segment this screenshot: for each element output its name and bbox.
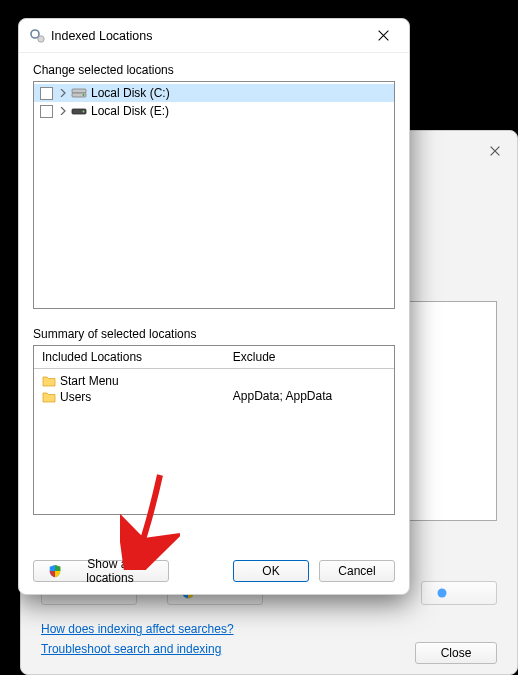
dialog-title: Indexed Locations (51, 29, 365, 43)
tree-row-e[interactable]: Local Disk (E:) (34, 102, 394, 120)
expand-icon[interactable] (57, 87, 69, 99)
cancel-button[interactable]: Cancel (319, 560, 395, 582)
indexed-locations-dialog: Indexed Locations Change selected locati… (18, 18, 410, 595)
included-item-label: Users (60, 390, 91, 404)
show-all-locations-button[interactable]: Show all locations (33, 560, 169, 582)
header-exclude: Exclude (225, 346, 394, 368)
included-list: Start Menu Users (34, 369, 225, 409)
drive-icon (71, 105, 87, 117)
svg-point-6 (83, 94, 85, 96)
expand-icon[interactable] (57, 105, 69, 117)
titlebar: Indexed Locations (19, 19, 409, 53)
excluded-text: AppData; AppData (233, 389, 386, 403)
show-all-label: Show all locations (66, 557, 154, 585)
folder-icon (42, 391, 56, 403)
svg-point-0 (438, 589, 447, 598)
checkbox-e[interactable] (40, 105, 53, 118)
summary-label: Summary of selected locations (33, 327, 395, 341)
drive-icon (71, 87, 87, 99)
tree-label: Local Disk (E:) (91, 104, 169, 118)
header-included: Included Locations (34, 346, 225, 368)
change-locations-label: Change selected locations (33, 63, 395, 77)
parent-close-button[interactable]: Close (415, 642, 497, 664)
ok-button[interactable]: OK (233, 560, 309, 582)
link-troubleshoot[interactable]: Troubleshoot search and indexing (41, 642, 221, 656)
list-item[interactable]: Users (42, 389, 217, 405)
tree-label: Local Disk (C:) (91, 86, 170, 100)
link-indexing-affect[interactable]: How does indexing affect searches? (41, 622, 234, 636)
shield-icon (48, 564, 62, 578)
summary-panel: Included Locations Exclude Start Menu (33, 345, 395, 515)
list-item[interactable]: Start Menu (42, 373, 217, 389)
svg-point-1 (31, 30, 39, 38)
dialog-icon (29, 28, 45, 44)
tree-row-c[interactable]: Local Disk (C:) (34, 84, 394, 102)
svg-rect-4 (72, 89, 86, 93)
checkbox-c[interactable] (40, 87, 53, 100)
folder-icon (42, 375, 56, 387)
locations-tree[interactable]: Local Disk (C:) Local Disk (E:) (33, 81, 395, 309)
included-item-label: Start Menu (60, 374, 119, 388)
excluded-list: AppData; AppData (225, 369, 394, 409)
close-icon[interactable] (365, 22, 401, 50)
svg-point-3 (38, 35, 44, 41)
parent-ghost-button-3[interactable] (421, 581, 497, 605)
parent-close-icon[interactable] (485, 141, 505, 161)
svg-point-8 (83, 111, 85, 113)
